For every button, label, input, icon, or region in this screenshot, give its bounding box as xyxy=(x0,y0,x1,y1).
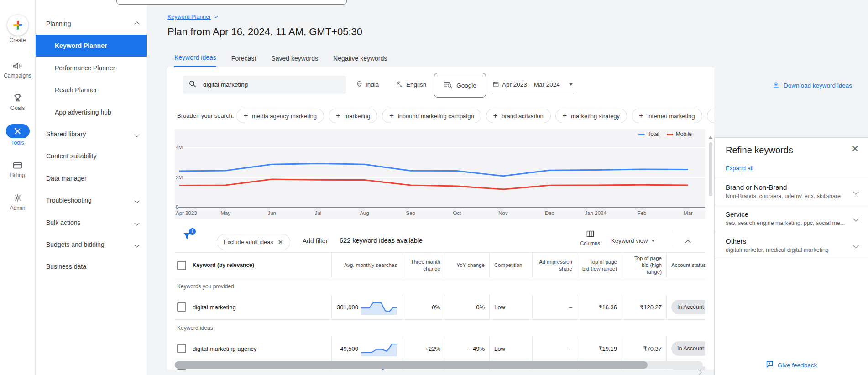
download-keyword-ideas-button[interactable]: Download keyword ideas xyxy=(772,81,852,90)
keyword-view-dropdown[interactable]: Keyword view xyxy=(611,237,655,244)
column-header[interactable]: Three month change xyxy=(402,253,445,278)
date-underline xyxy=(492,94,574,94)
remove-filter-icon[interactable]: ✕ xyxy=(277,238,283,246)
date-caret-icon xyxy=(569,83,573,86)
sidebar-item-shared-library[interactable]: Shared library xyxy=(36,123,147,145)
account-status-badge[interactable]: In Account xyxy=(671,341,705,356)
column-header[interactable]: Keyword (by relevance) xyxy=(175,253,331,278)
section-label: Keywords you provided xyxy=(175,278,705,295)
broaden-chip-inbound-marketing-campaign[interactable]: +inbound marketing campaign xyxy=(382,109,481,123)
create-button[interactable]: Create xyxy=(0,15,35,43)
breadcrumb[interactable]: Keyword Planner > xyxy=(167,14,218,20)
column-header[interactable]: Competition xyxy=(489,253,532,278)
top-search-box-partial[interactable] xyxy=(116,0,347,5)
add-filter-button[interactable]: Add filter xyxy=(303,237,328,245)
row-checkbox[interactable] xyxy=(177,344,186,353)
horizontal-scrollbar[interactable] xyxy=(175,361,703,369)
language-selector[interactable]: A English xyxy=(396,76,426,94)
calendar-icon xyxy=(492,81,499,89)
x-axis-tick: Aug xyxy=(360,210,369,216)
ad-impression-share: – xyxy=(532,295,577,319)
rail-item-admin[interactable]: Admin xyxy=(0,193,35,211)
refine-section-others[interactable]: Othersdigitalmarketer, medical digital m… xyxy=(715,232,868,259)
select-all-checkbox[interactable] xyxy=(177,261,186,270)
sidebar-item-performance-planner[interactable]: Performance Planner xyxy=(36,57,147,79)
horizontal-scrollbar-thumb[interactable] xyxy=(175,361,648,369)
give-feedback-button[interactable]: Give feedback xyxy=(715,360,868,370)
rail-item-tools[interactable]: Tools xyxy=(0,124,35,146)
sidebar-item-label: App advertising hub xyxy=(55,109,111,116)
column-header[interactable]: Account status xyxy=(666,253,705,278)
account-status-badge[interactable]: In Account xyxy=(671,300,705,314)
tab-keyword-ideas[interactable]: Keyword ideas xyxy=(174,49,216,67)
broaden-chip-internet-marketing[interactable]: +internet marketing xyxy=(632,109,702,123)
sidebar-item-planning[interactable]: Planning xyxy=(36,13,147,35)
refine-section-service[interactable]: Serviceseo, search engine marketing, ppc… xyxy=(715,205,868,232)
tab-saved-keywords[interactable]: Saved keywords xyxy=(271,49,318,67)
vertical-scrollbar[interactable] xyxy=(708,136,713,360)
broaden-search-label: Broaden your search: xyxy=(177,112,234,119)
y-axis-tick: 0 xyxy=(176,204,178,210)
rail-item-billing[interactable]: Billing xyxy=(0,160,35,178)
keyword-search-field[interactable] xyxy=(183,76,346,94)
chevron-down-icon xyxy=(854,188,858,196)
chevron-down-icon xyxy=(135,130,139,138)
sidebar-item-business-data[interactable]: Business data xyxy=(36,255,147,277)
scroll-up-arrow-icon[interactable] xyxy=(708,136,713,139)
columns-button[interactable]: Columns xyxy=(576,230,604,246)
column-header[interactable]: Top of page bid (high range) xyxy=(622,253,666,278)
sidebar-item-bulk-actions[interactable]: Bulk actions xyxy=(36,212,147,234)
create-label: Create xyxy=(0,37,35,43)
row-checkbox[interactable] xyxy=(177,302,186,312)
refine-section-brand-or-non-brand[interactable]: Brand or Non-BrandNon-Brands, coursera, … xyxy=(715,178,868,205)
table-row-digital-marketing[interactable]: digital marketing301,0000%0%Low–₹16.36₹1… xyxy=(175,295,705,320)
broaden-chip-advertising[interactable]: +advertising xyxy=(707,109,715,123)
exclude-chip-label: Exclude adult ideas xyxy=(224,239,273,245)
rail-item-campaigns[interactable]: Campaigns xyxy=(0,60,35,79)
tab-negative-keywords[interactable]: Negative keywords xyxy=(333,49,387,67)
x-axis-tick: Sep xyxy=(406,210,415,216)
column-header[interactable]: Avg. monthly searches xyxy=(331,253,402,278)
sidebar-item-data-manager[interactable]: Data manager xyxy=(36,167,147,189)
three-month-change: 0% xyxy=(402,295,445,319)
sidebar-item-reach-planner[interactable]: Reach Planner xyxy=(36,79,147,101)
location-selector[interactable]: India xyxy=(356,76,379,94)
broaden-chip-media-agency-marketing[interactable]: +media agency marketing xyxy=(236,109,324,123)
close-icon[interactable]: ✕ xyxy=(851,144,859,153)
vertical-scrollbar-thumb[interactable] xyxy=(709,142,712,196)
broaden-chip-marketing-strategy[interactable]: +marketing strategy xyxy=(555,109,627,123)
chevron-down-icon xyxy=(854,214,858,223)
breadcrumb-separator: > xyxy=(214,14,218,20)
keyword-ideas-card: India A English Google xyxy=(167,67,714,370)
tools-icon xyxy=(6,124,30,138)
scroll-right-arrow-icon[interactable] xyxy=(697,368,701,375)
exclude-adult-ideas-chip[interactable]: Exclude adult ideas ✕ xyxy=(217,234,290,250)
table-row-digital-marketing-agency[interactable]: digital marketing agency49,500+22%+49%Lo… xyxy=(175,336,705,361)
column-header[interactable]: YoY change xyxy=(445,253,489,278)
broaden-chip-marketing[interactable]: +marketing xyxy=(329,109,377,123)
network-selector[interactable]: Google xyxy=(434,73,486,98)
keyword-ideas-count: 622 keyword ideas available xyxy=(340,237,423,244)
tab-forecast[interactable]: Forecast xyxy=(231,49,256,67)
column-header[interactable]: Top of page bid (low range) xyxy=(577,253,622,278)
expand-all-link[interactable]: Expand all xyxy=(726,165,753,172)
sidebar-item-label: Business data xyxy=(46,263,86,270)
breadcrumb-link[interactable]: Keyword Planner xyxy=(167,14,211,20)
column-header[interactable]: Ad impression share xyxy=(532,253,577,278)
yoy-change: +49% xyxy=(445,336,489,361)
yoy-change: 0% xyxy=(445,295,489,319)
sidebar-item-content-suitability[interactable]: Content suitability xyxy=(36,145,147,167)
date-range-selector[interactable]: Apr 2023 – Mar 2024 xyxy=(492,76,573,94)
sidebar-item-troubleshooting[interactable]: Troubleshooting xyxy=(36,189,147,211)
google-plus-icon xyxy=(7,15,28,36)
sidebar-item-budgets-and-bidding[interactable]: Budgets and bidding xyxy=(36,234,147,255)
sidebar-item-label: Troubleshooting xyxy=(46,197,92,204)
broaden-chip-brand-activation[interactable]: +brand activation xyxy=(486,109,551,123)
sidebar-item-label: Performance Planner xyxy=(55,64,115,72)
sidebar-item-app-advertising-hub[interactable]: App advertising hub xyxy=(36,101,147,123)
sidebar-item-keyword-planner[interactable]: Keyword Planner xyxy=(36,35,147,57)
collapse-chart-button[interactable] xyxy=(686,239,690,247)
row-checkbox[interactable] xyxy=(177,369,186,370)
rail-item-goals[interactable]: Goals xyxy=(0,93,35,111)
search-input[interactable] xyxy=(202,81,332,89)
